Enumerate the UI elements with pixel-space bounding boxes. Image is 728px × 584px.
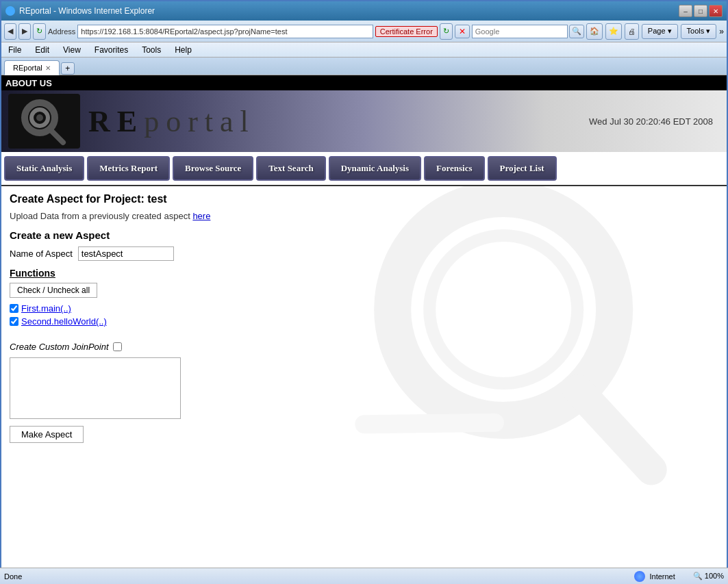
- refresh-button[interactable]: ↻: [33, 23, 46, 40]
- address-label: Address: [48, 27, 75, 36]
- home-button[interactable]: 🏠: [586, 23, 603, 40]
- function-link-1[interactable]: Second.helloWorld(..): [21, 316, 107, 327]
- zone-label: Internet: [649, 572, 675, 581]
- print-button[interactable]: 🖨: [625, 23, 639, 40]
- portal-logo-area: REportal: [8, 94, 255, 149]
- search-input[interactable]: [472, 25, 568, 38]
- nav-project-list[interactable]: Project List: [488, 156, 557, 181]
- custom-joinpoint-row: Create Custom JoinPoint: [10, 342, 718, 352]
- tab-close-icon[interactable]: ✕: [45, 64, 51, 72]
- upload-link[interactable]: here: [192, 211, 210, 221]
- stop-button[interactable]: ✕: [455, 25, 470, 38]
- window-title: REportal - Windows Internet Explorer: [19, 6, 155, 16]
- extend-button[interactable]: »: [719, 27, 724, 36]
- custom-joinpoint-textarea[interactable]: [10, 357, 181, 419]
- go-button[interactable]: ↻: [440, 23, 453, 40]
- svg-line-2: [51, 130, 63, 142]
- aspect-name-row: Name of Aspect: [10, 246, 718, 261]
- function-checkbox-1[interactable]: [10, 317, 18, 326]
- browser-tab-reportal[interactable]: REportal ✕: [4, 60, 60, 75]
- maximize-button[interactable]: □: [694, 5, 707, 17]
- navigation-bar: ◀ ▶ ↻ Address Certificate Error ↻ ✕ 🔍 🏠 …: [1, 21, 727, 42]
- status-zone: Internet 🔍 100%: [634, 571, 724, 582]
- menu-edit[interactable]: Edit: [32, 45, 52, 55]
- status-text: Done: [4, 572, 22, 581]
- main-content: Create Aspect for Project: test Upload D…: [1, 186, 727, 494]
- nav-forensics[interactable]: Forensics: [424, 156, 484, 181]
- address-input[interactable]: [77, 25, 373, 38]
- name-label: Name of Aspect: [10, 249, 73, 259]
- certificate-error-badge[interactable]: Certificate Error: [375, 26, 438, 37]
- menu-bar: File Edit View Favorites Tools Help: [1, 42, 727, 58]
- page-content-area: ABOUT US REportal Wed Jul 30 20:20:: [1, 75, 727, 522]
- menu-tools[interactable]: Tools: [139, 45, 164, 55]
- nav-buttons-row: Static Analysis Metrics Report Browse So…: [1, 152, 727, 186]
- page-title: Create Aspect for Project: test: [10, 193, 718, 205]
- custom-joinpoint-label: Create Custom JoinPoint: [10, 342, 109, 352]
- functions-title: Functions: [10, 268, 718, 279]
- upload-text: Upload Data from a previously created as…: [10, 211, 190, 221]
- new-tab-button[interactable]: +: [61, 62, 75, 75]
- svg-line-6: [577, 390, 651, 470]
- tab-bar: REportal ✕ +: [1, 58, 727, 75]
- portal-title-text: REportal: [88, 104, 255, 139]
- favorites-button[interactable]: ⭐: [605, 23, 622, 40]
- page-button[interactable]: Page ▾: [642, 24, 678, 39]
- nav-static-analysis[interactable]: Static Analysis: [4, 156, 84, 181]
- forward-button[interactable]: ▶: [18, 23, 31, 40]
- check-uncheck-button[interactable]: Check / Uncheck all: [10, 283, 97, 298]
- nav-browse-source[interactable]: Browse Source: [173, 156, 253, 181]
- menu-help[interactable]: Help: [172, 45, 194, 55]
- function-checkbox-0[interactable]: [10, 304, 18, 313]
- menu-favorites[interactable]: Favorites: [92, 45, 131, 55]
- portal-datetime: Wed Jul 30 20:20:46 EDT 2008: [589, 116, 713, 127]
- about-text: ABOUT US: [5, 78, 52, 88]
- aspect-name-input[interactable]: [78, 246, 174, 261]
- portal-logo-image: [8, 94, 80, 149]
- function-item-0: First.main(..): [10, 303, 718, 314]
- svg-point-3: [36, 114, 43, 121]
- nav-metrics-report[interactable]: Metrics Report: [87, 156, 170, 181]
- upload-line: Upload Data from a previously created as…: [10, 211, 718, 221]
- tab-label: REportal: [13, 64, 42, 72]
- nav-dynamic-analysis[interactable]: Dynamic Analysis: [329, 156, 421, 181]
- make-aspect-button[interactable]: Make Aspect: [10, 426, 84, 443]
- close-button[interactable]: ✕: [709, 5, 723, 17]
- svg-line-7: [364, 382, 494, 465]
- function-item-1: Second.helloWorld(..): [10, 316, 718, 327]
- zoom-label: 🔍 100%: [693, 572, 724, 581]
- tools-button[interactable]: Tools ▾: [681, 24, 717, 39]
- nav-text-search[interactable]: Text Search: [256, 156, 325, 181]
- status-bar: Done Internet 🔍 100%: [0, 568, 728, 584]
- back-button[interactable]: ◀: [4, 23, 16, 40]
- minimize-button[interactable]: –: [679, 5, 692, 17]
- search-button[interactable]: 🔍: [569, 25, 584, 38]
- about-bar: ABOUT US: [1, 75, 727, 90]
- custom-joinpoint-checkbox[interactable]: [113, 342, 122, 351]
- title-bar: REportal - Windows Internet Explorer – □…: [1, 1, 727, 21]
- portal-header: REportal Wed Jul 30 20:20:46 EDT 2008: [1, 90, 727, 152]
- function-link-0[interactable]: First.main(..): [21, 303, 71, 314]
- logo-svg: [14, 96, 75, 147]
- globe-icon: [634, 571, 645, 582]
- create-section-title: Create a new Aspect: [10, 229, 718, 241]
- browser-icon: [5, 6, 15, 16]
- menu-file[interactable]: File: [5, 45, 24, 55]
- menu-view[interactable]: View: [60, 45, 84, 55]
